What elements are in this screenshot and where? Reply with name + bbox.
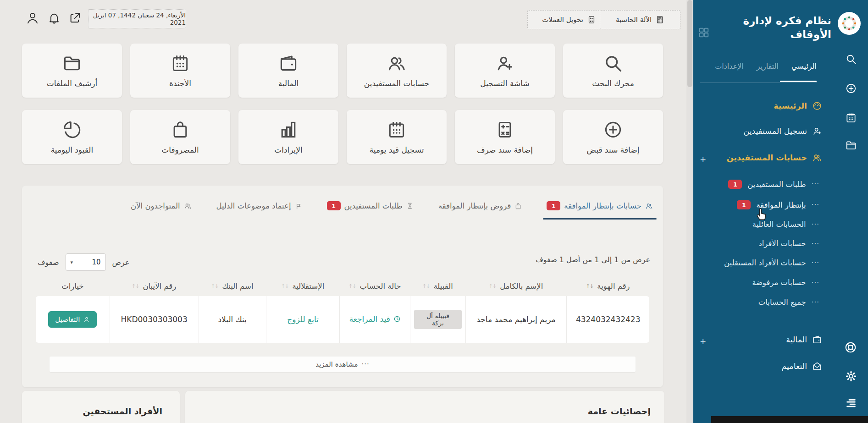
tab-label: طلبات المستفيدين [344,202,403,210]
calendar-icon [387,120,407,140]
sidebar-item-beneficiary-accounts[interactable]: حسابات المستفيدين [727,153,822,163]
tab-accounts-pending-approval[interactable]: حسابات بإنتظار الموافقة 1 [547,201,653,220]
folder-icon[interactable] [845,139,857,151]
col-tribe[interactable]: القبيلة↓↑ [410,276,465,296]
tile-beneficiary-accounts[interactable]: حسابات المستفيدين [347,44,447,98]
col-full-name[interactable]: الإسم بالكامل↓↑ [465,276,567,296]
sidebar-active-tab-underline [780,81,817,82]
sidebar-tab-settings[interactable]: الإعدادات [715,62,744,71]
sort-icon[interactable]: ↓↑ [422,283,430,289]
tab-badge: 1 [547,201,560,210]
scrollbar-thumb[interactable] [687,0,692,87]
currency-convert-button[interactable]: تحويل العملات [527,10,611,29]
person-icon [83,316,90,323]
gear-icon[interactable] [845,370,857,382]
tile-add-payment-voucher[interactable]: إضافة سند صرف [455,110,555,164]
general-statistics-card: إحصائيات عامة [185,391,664,423]
life-ring-icon[interactable] [844,341,857,354]
show-more-button[interactable]: ··· مشاهدة المزيد [50,357,636,372]
tile-register-journal-entry[interactable]: تسجيل قيد يومية [347,110,447,164]
tile-registration-screen[interactable]: شاشة التسجيل [455,44,555,98]
panel-tabs: حسابات بإنتظار الموافقة 1 قروض بإنتظار ا… [22,186,663,220]
tile-revenues[interactable]: الإيرادات [238,110,338,164]
tile-finance[interactable]: المالية [238,44,338,98]
person-add-icon [495,53,515,73]
page-size-select[interactable]: 10 ▾ [66,253,106,271]
search-icon[interactable] [845,53,857,65]
cell-iban: HKD0030303003 [110,296,199,343]
sort-icon[interactable]: ↓↑ [281,283,288,289]
sidebar-tab-reports[interactable]: التقارير [757,62,779,71]
currency-convert-label: تحويل العملات [542,16,583,24]
tile-daily-entries[interactable]: القيود اليومية [22,110,122,164]
sort-icon[interactable]: ↓↑ [132,283,139,289]
app-title: نظام فكره لإدارة الأوقاف [723,14,831,42]
tab-loans-pending-approval[interactable]: قروض بإنتظار الموافقة [438,202,522,220]
people-icon [184,202,192,210]
sidebar-item-circulars[interactable]: التعاميم [781,361,822,371]
sidebar-item-label: تسجيل المستفيدين [743,126,807,136]
sidebar-item-home[interactable]: الرئيسية [774,101,822,111]
sort-icon[interactable]: ↓↑ [586,283,593,289]
col-bank-name[interactable]: اسم البنك↓↑ [199,276,266,296]
sidebar-subitem-independent-individual-accounts[interactable]: ··· حسابات الأفراد المستقلين [724,258,819,267]
apps-grid-icon[interactable] [698,27,710,38]
plus-circle-icon[interactable] [845,82,857,94]
sidebar-subitem-all-accounts[interactable]: ··· جميع الحسابات [758,298,819,307]
sort-icon[interactable]: ↓↑ [211,283,218,289]
tile-label: المالية [278,79,299,88]
sidebar-subitem-pending-approval[interactable]: ··· بإنتظار الموافقة 1 [737,200,819,209]
ellipsis-icon: ··· [812,259,819,267]
menu-lines-icon[interactable] [845,397,857,409]
sidebar-tab-main[interactable]: الرئيسي [791,62,817,71]
details-label: التفاصيل [55,315,80,324]
sidebar-subitem-rejected-accounts[interactable]: ··· حسابات مرفوضة [752,278,819,287]
expand-plus-icon[interactable]: + [700,155,706,164]
submenu-badge: 1 [728,180,742,189]
wallet-icon [278,53,299,73]
tile-file-archive[interactable]: أرشيف الملفات [22,44,122,98]
calendar-icon[interactable] [845,112,857,124]
sidebar-item-finance[interactable]: المالية [786,335,822,345]
sort-icon[interactable]: ↓↑ [489,283,496,289]
tab-online-now[interactable]: المتواجدون الآن [131,202,192,220]
tile-search-engine[interactable]: محرك البحث [563,44,663,98]
sidebar-subitem-family-accounts[interactable]: ··· الحسابات العائلية [752,220,819,229]
calculator-icon [655,15,664,24]
tile-agenda[interactable]: الأجندة [130,44,230,98]
sidebar-item-label: المالية [786,335,807,344]
user-icon[interactable] [26,11,39,25]
sidebar-item-register-beneficiaries[interactable]: تسجيل المستفيدين [743,126,822,136]
calculator-button[interactable]: الآلة الحاسبة [600,10,680,29]
details-button[interactable]: التفاصيل [48,311,97,328]
calc-convert-icon [495,120,515,140]
col-iban[interactable]: رقم الآيبان↓↑ [110,276,199,296]
individuals-card-title: الأفراد المستحقين [83,406,163,416]
sort-icon[interactable]: ↓↑ [348,283,356,289]
sidebar-subitem-individual-accounts[interactable]: ··· حسابات الأفراد [758,239,819,248]
sidebar-subitem-label: الحسابات العائلية [752,220,806,229]
cell-account-status: قيد المراجعة [339,296,410,343]
pagination-row: عرض من 1 إلى 1 من أصل 1 صفوف عرض 10 ▾ صف… [22,253,663,273]
tile-expenses[interactable]: المصروفات [130,110,230,164]
people-icon [812,153,822,163]
bag-icon [170,120,190,140]
col-independence[interactable]: الإستقلالية↓↑ [266,276,340,296]
tab-directory-topics-approval[interactable]: إعتماد موضوعات الدليل [216,202,302,220]
bar-chart-icon [278,120,299,140]
sidebar-subitem-beneficiary-requests[interactable]: ··· طلبات المستفيدين 1 [728,180,819,189]
tab-beneficiary-requests[interactable]: طلبات المستفيدين 1 [327,201,414,220]
sidebar-subitem-label: جميع الحسابات [758,298,806,307]
show-more-label: مشاهدة المزيد [315,360,358,368]
ellipsis-icon: ··· [812,240,819,248]
rows-label: صفوف [38,258,59,267]
expand-plus-icon[interactable]: + [700,337,706,346]
tile-add-receipt-voucher[interactable]: إضافة سند قبض [563,110,663,164]
col-account-status[interactable]: حالة الحساب↓↑ [339,276,410,296]
tile-label: شاشة التسجيل [480,79,529,88]
plus-circle-icon [603,120,623,140]
share-icon[interactable] [69,11,82,24]
bell-icon[interactable] [48,11,61,24]
col-national-id[interactable]: رقم الهوية↓↑ [566,276,649,296]
folder-icon [62,53,82,73]
